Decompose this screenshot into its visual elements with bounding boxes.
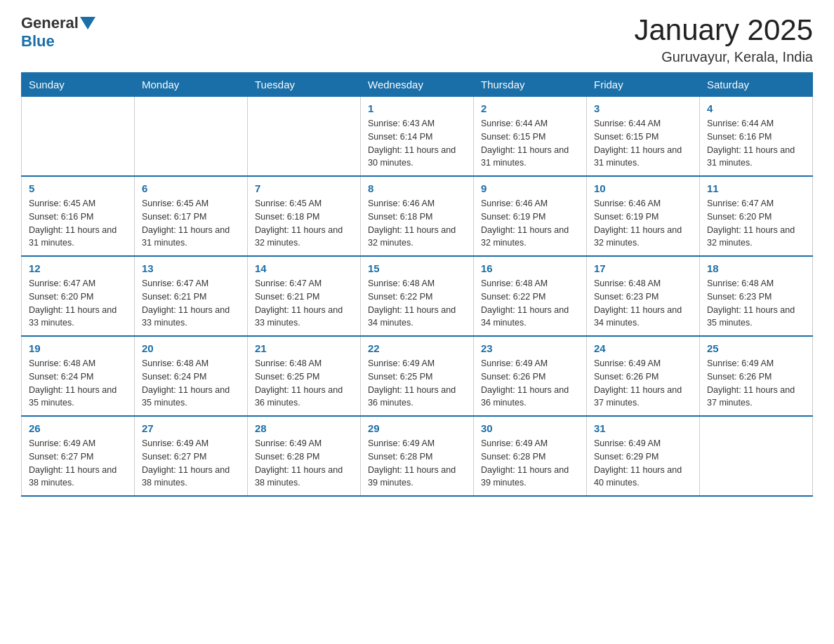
day-number: 28 [255,422,353,434]
calendar-cell: 16Sunrise: 6:48 AMSunset: 6:22 PMDayligh… [474,256,587,336]
column-header-sunday: Sunday [22,73,135,97]
day-info: Sunrise: 6:47 AMSunset: 6:21 PMDaylight:… [142,277,240,330]
day-number: 11 [707,182,805,194]
calendar-cell: 20Sunrise: 6:48 AMSunset: 6:24 PMDayligh… [135,336,248,416]
day-number: 1 [368,102,466,114]
logo-triangle-icon [80,17,95,31]
calendar-cell: 13Sunrise: 6:47 AMSunset: 6:21 PMDayligh… [135,256,248,336]
day-number: 6 [142,182,240,194]
day-info: Sunrise: 6:45 AMSunset: 6:17 PMDaylight:… [142,197,240,250]
day-number: 31 [594,422,692,434]
day-number: 5 [29,182,127,194]
day-info: Sunrise: 6:48 AMSunset: 6:22 PMDaylight:… [368,277,466,330]
day-number: 7 [255,182,353,194]
calendar-header-row: SundayMondayTuesdayWednesdayThursdayFrid… [22,73,813,97]
day-info: Sunrise: 6:48 AMSunset: 6:22 PMDaylight:… [481,277,579,330]
calendar-cell: 22Sunrise: 6:49 AMSunset: 6:25 PMDayligh… [361,336,474,416]
calendar-cell: 30Sunrise: 6:49 AMSunset: 6:28 PMDayligh… [474,416,587,496]
calendar-cell: 9Sunrise: 6:46 AMSunset: 6:19 PMDaylight… [474,176,587,256]
calendar-cell: 11Sunrise: 6:47 AMSunset: 6:20 PMDayligh… [700,176,813,256]
day-number: 12 [29,262,127,274]
day-info: Sunrise: 6:49 AMSunset: 6:28 PMDaylight:… [255,437,353,490]
day-number: 30 [481,422,579,434]
column-header-tuesday: Tuesday [248,73,361,97]
calendar-cell: 25Sunrise: 6:49 AMSunset: 6:26 PMDayligh… [700,336,813,416]
calendar-cell [248,97,361,177]
day-info: Sunrise: 6:44 AMSunset: 6:15 PMDaylight:… [594,117,692,170]
day-info: Sunrise: 6:43 AMSunset: 6:14 PMDaylight:… [368,117,466,170]
day-number: 24 [594,342,692,354]
day-info: Sunrise: 6:49 AMSunset: 6:27 PMDaylight:… [142,437,240,490]
calendar-cell: 8Sunrise: 6:46 AMSunset: 6:18 PMDaylight… [361,176,474,256]
day-number: 29 [368,422,466,434]
calendar-cell: 28Sunrise: 6:49 AMSunset: 6:28 PMDayligh… [248,416,361,496]
day-info: Sunrise: 6:45 AMSunset: 6:18 PMDaylight:… [255,197,353,250]
day-info: Sunrise: 6:49 AMSunset: 6:26 PMDaylight:… [707,357,805,410]
day-number: 14 [255,262,353,274]
calendar-cell: 21Sunrise: 6:48 AMSunset: 6:25 PMDayligh… [248,336,361,416]
calendar-cell: 5Sunrise: 6:45 AMSunset: 6:16 PMDaylight… [22,176,135,256]
page-header: General Blue January 2025 Guruvayur, Ker… [21,14,813,65]
day-info: Sunrise: 6:48 AMSunset: 6:24 PMDaylight:… [142,357,240,410]
day-number: 20 [142,342,240,354]
day-info: Sunrise: 6:49 AMSunset: 6:29 PMDaylight:… [594,437,692,490]
day-number: 18 [707,262,805,274]
day-info: Sunrise: 6:49 AMSunset: 6:27 PMDaylight:… [29,437,127,490]
calendar-cell: 7Sunrise: 6:45 AMSunset: 6:18 PMDaylight… [248,176,361,256]
day-number: 8 [368,182,466,194]
calendar-cell: 17Sunrise: 6:48 AMSunset: 6:23 PMDayligh… [587,256,700,336]
day-number: 2 [481,102,579,114]
calendar-cell: 26Sunrise: 6:49 AMSunset: 6:27 PMDayligh… [22,416,135,496]
day-number: 27 [142,422,240,434]
day-info: Sunrise: 6:48 AMSunset: 6:23 PMDaylight:… [594,277,692,330]
calendar-cell: 2Sunrise: 6:44 AMSunset: 6:15 PMDaylight… [474,97,587,177]
calendar-cell: 3Sunrise: 6:44 AMSunset: 6:15 PMDaylight… [587,97,700,177]
calendar-cell [135,97,248,177]
calendar-table: SundayMondayTuesdayWednesdayThursdayFrid… [21,72,813,497]
day-info: Sunrise: 6:48 AMSunset: 6:25 PMDaylight:… [255,357,353,410]
day-number: 3 [594,102,692,114]
calendar-week-row: 12Sunrise: 6:47 AMSunset: 6:20 PMDayligh… [22,256,813,336]
calendar-cell: 12Sunrise: 6:47 AMSunset: 6:20 PMDayligh… [22,256,135,336]
calendar-cell: 24Sunrise: 6:49 AMSunset: 6:26 PMDayligh… [587,336,700,416]
calendar-cell [700,416,813,496]
day-info: Sunrise: 6:47 AMSunset: 6:20 PMDaylight:… [29,277,127,330]
day-number: 17 [594,262,692,274]
logo-general-text: General [21,14,79,32]
day-info: Sunrise: 6:47 AMSunset: 6:20 PMDaylight:… [707,197,805,250]
day-number: 19 [29,342,127,354]
day-info: Sunrise: 6:46 AMSunset: 6:18 PMDaylight:… [368,197,466,250]
day-number: 16 [481,262,579,274]
day-info: Sunrise: 6:44 AMSunset: 6:15 PMDaylight:… [481,117,579,170]
day-info: Sunrise: 6:49 AMSunset: 6:28 PMDaylight:… [368,437,466,490]
day-number: 10 [594,182,692,194]
calendar-cell: 27Sunrise: 6:49 AMSunset: 6:27 PMDayligh… [135,416,248,496]
logo-blue-text: Blue [21,32,95,51]
day-number: 23 [481,342,579,354]
column-header-thursday: Thursday [474,73,587,97]
column-header-monday: Monday [135,73,248,97]
page-title: January 2025 [634,14,813,46]
day-info: Sunrise: 6:49 AMSunset: 6:25 PMDaylight:… [368,357,466,410]
calendar-cell: 1Sunrise: 6:43 AMSunset: 6:14 PMDaylight… [361,97,474,177]
day-number: 25 [707,342,805,354]
calendar-cell: 23Sunrise: 6:49 AMSunset: 6:26 PMDayligh… [474,336,587,416]
calendar-cell: 31Sunrise: 6:49 AMSunset: 6:29 PMDayligh… [587,416,700,496]
calendar-cell: 15Sunrise: 6:48 AMSunset: 6:22 PMDayligh… [361,256,474,336]
day-number: 26 [29,422,127,434]
day-info: Sunrise: 6:48 AMSunset: 6:24 PMDaylight:… [29,357,127,410]
calendar-cell [22,97,135,177]
day-info: Sunrise: 6:49 AMSunset: 6:26 PMDaylight:… [594,357,692,410]
calendar-cell: 29Sunrise: 6:49 AMSunset: 6:28 PMDayligh… [361,416,474,496]
day-info: Sunrise: 6:49 AMSunset: 6:28 PMDaylight:… [481,437,579,490]
day-info: Sunrise: 6:49 AMSunset: 6:26 PMDaylight:… [481,357,579,410]
calendar-cell: 6Sunrise: 6:45 AMSunset: 6:17 PMDaylight… [135,176,248,256]
calendar-week-row: 19Sunrise: 6:48 AMSunset: 6:24 PMDayligh… [22,336,813,416]
day-info: Sunrise: 6:48 AMSunset: 6:23 PMDaylight:… [707,277,805,330]
day-number: 9 [481,182,579,194]
title-block: January 2025 Guruvayur, Kerala, India [634,14,813,65]
day-info: Sunrise: 6:44 AMSunset: 6:16 PMDaylight:… [707,117,805,170]
page-subtitle: Guruvayur, Kerala, India [634,49,813,65]
column-header-friday: Friday [587,73,700,97]
day-number: 13 [142,262,240,274]
